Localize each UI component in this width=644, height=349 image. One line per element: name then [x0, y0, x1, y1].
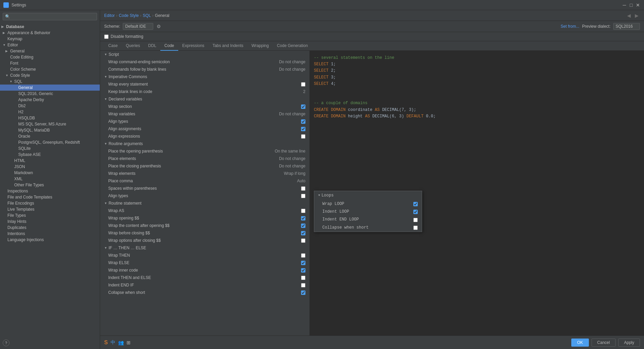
tab-queries[interactable]: Queries	[122, 41, 144, 51]
checkbox-wrap-opening-dds[interactable]	[301, 216, 305, 220]
checkbox-align-assignments[interactable]	[301, 127, 305, 131]
group-imperative-header[interactable]: ▼ Imperative Commons	[100, 73, 309, 80]
disable-formatting-label[interactable]: Disable formatting	[111, 34, 143, 39]
tab-wrapping[interactable]: Wrapping	[248, 41, 273, 51]
sidebar-item-font[interactable]: Font	[0, 60, 100, 66]
sidebar-item-file-types[interactable]: File Types	[0, 212, 100, 218]
apply-button[interactable]: Apply	[618, 339, 640, 347]
tab-expressions[interactable]: Expressions	[178, 41, 208, 51]
loops-popup-header[interactable]: ▼ Loops	[314, 191, 422, 200]
checkbox-wrap-as[interactable]	[301, 209, 305, 213]
sidebar-item-language-injections[interactable]: Language Injections	[0, 237, 100, 243]
sidebar-item-sql[interactable]: ▼SQL	[0, 78, 100, 85]
sidebar-item-hsqldb[interactable]: HSQLDB	[0, 115, 100, 121]
row-closing-paren: Place the closing parenthesis Do not cha…	[100, 162, 309, 170]
ok-button[interactable]: OK	[571, 339, 589, 347]
back-button[interactable]: ◀	[626, 12, 632, 19]
breadcrumb-code-style[interactable]: Code Style	[119, 13, 139, 18]
checkbox-wrap-section[interactable]	[301, 104, 305, 109]
sidebar-item-mssql[interactable]: MS SQL Server, MS Azure	[0, 121, 100, 127]
checkbox-wrap-options-after-closing[interactable]	[301, 238, 305, 243]
row-align-types-ra: Align types	[100, 192, 309, 200]
sidebar-item-h2[interactable]: H2	[0, 109, 100, 115]
sidebar-item-markdown[interactable]: Markdown	[0, 170, 100, 176]
set-from-button[interactable]: Set from...	[561, 24, 579, 29]
row-wrap-else: Wrap ELSE	[100, 259, 309, 266]
checkbox-spaces-within-parens[interactable]	[301, 186, 305, 191]
forward-button[interactable]: ▶	[634, 12, 640, 19]
sidebar-item-json[interactable]: JSON	[0, 164, 100, 170]
sidebar-item-duplicates[interactable]: Duplicates	[0, 225, 100, 231]
row-wrap-loop: Wrap LOOP	[314, 200, 422, 208]
tab-code[interactable]: Code	[160, 41, 178, 51]
checkbox-loops-collapse-short[interactable]	[413, 226, 418, 230]
group-script-header[interactable]: ▼ Script	[100, 51, 309, 58]
sidebar-item-keymap[interactable]: Keymap	[0, 36, 100, 42]
sidebar-item-html[interactable]: HTML	[0, 158, 100, 164]
checkbox-collapse-short[interactable]	[301, 290, 305, 295]
sidebar-item-general[interactable]: ▶General	[0, 48, 100, 54]
sidebar-item-appearance[interactable]: ▶Appearance & Behavior	[0, 30, 100, 36]
breadcrumb-sql[interactable]: SQL	[143, 13, 151, 18]
checkbox-wrap-before-closing[interactable]	[301, 231, 305, 235]
checkbox-indent-then-else[interactable]	[301, 276, 305, 280]
tab-code-generation[interactable]: Code Generation	[273, 41, 312, 51]
sidebar-item-xml[interactable]: XML	[0, 176, 100, 182]
group-declared-vars-title: Declared variables	[109, 97, 142, 101]
checkbox-wrap-content-after-opening[interactable]	[301, 224, 305, 228]
checkbox-align-types-ra[interactable]	[301, 194, 305, 198]
checkbox-wrap-then[interactable]	[301, 253, 305, 258]
sidebar-item-sybase[interactable]: Sybase ASE	[0, 152, 100, 158]
dialect-select[interactable]: SQL2016	[613, 23, 640, 30]
sidebar-item-code-editing[interactable]: Code Editing	[0, 54, 100, 60]
maximize-button[interactable]: □	[628, 2, 634, 8]
cancel-button[interactable]: Cancel	[592, 339, 616, 347]
checkbox-wrap-else[interactable]	[301, 261, 305, 265]
sidebar-item-file-code-templates[interactable]: File and Code Templates	[0, 194, 100, 200]
tab-case[interactable]: Case	[104, 41, 122, 51]
sidebar-item-database[interactable]: ▶Database	[0, 24, 100, 30]
row-wrap-elements: Wrap elements Wrap if long	[100, 170, 309, 177]
tab-ddl[interactable]: DDL	[144, 41, 160, 51]
sidebar-item-file-encodings[interactable]: File Encodings	[0, 200, 100, 206]
search-input[interactable]	[3, 13, 97, 20]
checkbox-wrap-every-stmt[interactable]	[301, 82, 305, 87]
sidebar-item-sql-general[interactable]: General	[0, 85, 100, 91]
checkbox-indent-end-loop[interactable]	[413, 218, 418, 222]
sidebar-item-mysql[interactable]: MySQL, MariaDB	[0, 127, 100, 133]
sidebar-item-inspections[interactable]: Inspections	[0, 188, 100, 194]
checkbox-indent-end-if[interactable]	[301, 283, 305, 287]
sidebar-item-editor[interactable]: ▼Editor	[0, 42, 100, 48]
close-button[interactable]: ✕	[635, 2, 641, 8]
group-declared-vars-header[interactable]: ▼ Declared variables	[100, 95, 309, 103]
disable-formatting-checkbox[interactable]	[104, 34, 109, 39]
group-routine-args-header[interactable]: ▼ Routine arguments	[100, 140, 309, 147]
minimize-button[interactable]: ─	[622, 2, 627, 8]
row-wrap-every-stmt: Wrap every statement	[100, 80, 309, 88]
sidebar-item-inlay-hints[interactable]: Inlay Hints	[0, 218, 100, 225]
sidebar-item-intentions[interactable]: Intentions	[0, 231, 100, 237]
sidebar-item-color-scheme[interactable]: Color Scheme	[0, 66, 100, 72]
sidebar-item-sql2016[interactable]: SQL:2016, Generic	[0, 91, 100, 97]
breadcrumb-editor[interactable]: Editor	[104, 13, 115, 18]
sidebar-item-apache-derby[interactable]: Apache Derby	[0, 97, 100, 103]
checkbox-indent-loop[interactable]	[413, 210, 418, 214]
group-routine-stmt-header[interactable]: ▼ Routine statement	[100, 200, 309, 207]
label-align-assignments: Align assignments	[108, 126, 301, 131]
scheme-gear-button[interactable]: ⚙	[156, 23, 162, 30]
checkbox-align-types-dv[interactable]	[301, 119, 305, 124]
sidebar-item-db2[interactable]: Db2	[0, 103, 100, 109]
scheme-select[interactable]: Default IDE Project	[123, 23, 153, 30]
sidebar-item-code-style[interactable]: ▼Code Style	[0, 72, 100, 78]
sidebar-item-other-file-types[interactable]: Other File Types	[0, 182, 100, 188]
checkbox-wrap-loop[interactable]	[413, 202, 418, 206]
tab-tabs-indents[interactable]: Tabs and Indents	[208, 41, 247, 51]
sidebar-item-sqlite[interactable]: SQLite	[0, 145, 100, 152]
sidebar-item-live-templates[interactable]: Live Templates	[0, 206, 100, 212]
sidebar-item-oracle[interactable]: Oracle	[0, 133, 100, 139]
group-if-then-else-header[interactable]: ▼ IF … THEN … ELSE	[100, 244, 309, 252]
help-button[interactable]: ?	[3, 340, 9, 346]
checkbox-align-expressions[interactable]	[301, 134, 305, 139]
sidebar-item-postgresql[interactable]: PostgreSQL, Greenplum, Redshift	[0, 139, 100, 145]
checkbox-wrap-inner-code[interactable]	[301, 268, 305, 273]
